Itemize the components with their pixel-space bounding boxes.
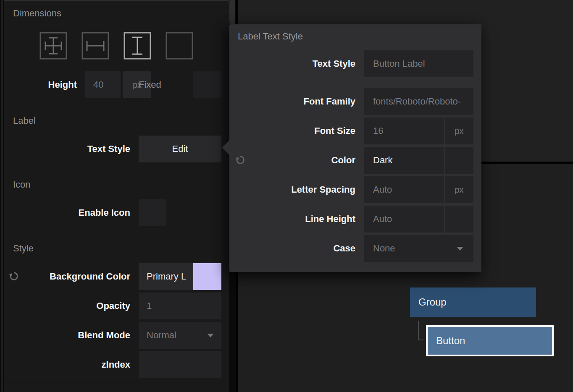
popup-title: Label Text Style [238,31,303,42]
section-divider [4,383,229,383]
popup-color-swatch-button[interactable] [445,147,473,174]
popup-text-style-input[interactable]: Button Label [364,50,473,77]
panel-scrollbar-thumb[interactable] [229,0,235,24]
popup-case-dropdown[interactable]: None [364,235,473,262]
popup-font-family-input[interactable]: fonts/Roboto/Roboto- [364,88,473,115]
dimension-mode-none-button[interactable] [166,32,193,60]
chevron-down-icon [207,334,214,337]
window-edge [1,0,3,392]
label-text-style-popup: Label Text Style Text Style Button Label… [229,24,481,272]
popup-font-size-label: Font Size [229,118,355,144]
popup-line-height-input[interactable]: Auto [364,206,444,233]
popup-case-label: Case [229,235,355,262]
height-icon [124,32,151,60]
blend-mode-label: Blend Mode [4,322,130,349]
width-and-height-icon [39,32,67,60]
popup-font-size-input[interactable]: 16 [364,118,444,144]
background-color-label: Background Color [4,263,130,290]
section-title-dimensions: Dimensions [13,8,61,19]
background-color-swatch[interactable] [193,263,221,290]
enable-icon-checkbox[interactable] [139,199,166,226]
section-divider [4,109,229,109]
opacity-label: Opacity [4,293,130,319]
section-title-label: Label [13,115,36,126]
dimension-mode-width-and-height-button[interactable] [39,32,67,60]
popup-letter-spacing-input[interactable]: Auto [364,176,444,203]
popup-font-family-label: Font Family [229,88,355,115]
blend-mode-value: Normal [147,330,176,340]
enable-icon-label: Enable Icon [4,199,130,226]
popup-color-value-button[interactable]: Dark [364,147,444,174]
background-color-value-button[interactable]: Primary L [139,263,193,290]
width-icon [81,32,109,60]
popup-line-height-unit-button[interactable] [445,206,473,233]
tree-connector-horizontal [418,340,423,340]
zindex-input[interactable] [139,351,221,378]
fixed-checkbox[interactable] [193,71,221,98]
layer-node-button-selected[interactable]: Button [426,325,554,356]
empty-box-icon [166,32,193,60]
layer-node-group[interactable]: Group [410,287,536,317]
dimension-mode-width-button[interactable] [81,32,109,60]
layer-node-button-fill: Button [428,327,552,355]
height-label: Height [4,71,77,98]
popup-line-height-label: Line Height [229,206,355,233]
chevron-down-icon [457,247,463,251]
section-divider [4,173,229,173]
dimension-mode-height-button-selected[interactable] [124,32,151,60]
popup-font-size-unit-button[interactable]: px [445,118,473,144]
blend-mode-dropdown[interactable]: Normal [139,322,221,349]
fixed-label: Fixed [139,71,185,98]
inspector-panel: Dimensions Height 40 px Fixed Label Text… [4,0,229,392]
tree-connector-vertical [418,321,419,340]
section-title-icon: Icon [13,179,31,190]
popup-text-style-label: Text Style [229,50,355,77]
popup-letter-spacing-unit-button[interactable]: px [445,176,473,203]
text-style-label: Text Style [4,136,130,162]
height-input[interactable]: 40 [85,71,121,98]
section-title-style: Style [13,243,34,254]
section-divider [4,237,229,237]
popup-letter-spacing-label: Letter Spacing [229,176,355,203]
popup-color-label: Color [229,147,355,174]
popup-case-value: None [373,243,395,253]
zindex-label: zIndex [4,351,130,378]
edit-text-style-button[interactable]: Edit [139,136,221,162]
group-node-label: Group [410,287,536,317]
opacity-input[interactable]: 1 [139,293,221,319]
button-node-label: Button [428,327,552,355]
